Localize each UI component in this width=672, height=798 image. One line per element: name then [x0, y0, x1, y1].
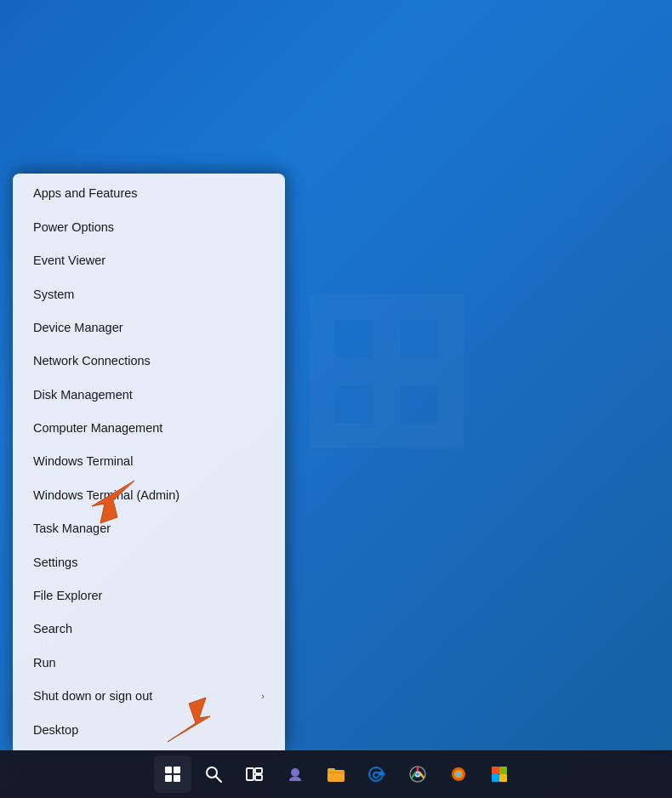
menu-item-file-explorer[interactable]: File Explorer [13, 579, 285, 613]
file-explorer-icon [327, 765, 345, 784]
menu-item-windows-terminal-admin[interactable]: Windows Terminal (Admin) [13, 479, 285, 512]
taskbar [0, 750, 672, 798]
taskbar-chat-button[interactable] [276, 755, 314, 793]
svg-rect-6 [255, 768, 262, 773]
context-menu: Apps and Features Power Options Event Vi… [13, 174, 285, 750]
menu-item-computer-management[interactable]: Computer Management [13, 412, 285, 445]
taskbar-store-button[interactable] [481, 755, 518, 793]
menu-item-run[interactable]: Run [13, 647, 285, 680]
svg-rect-10 [327, 768, 335, 772]
chevron-right-icon: › [261, 691, 265, 702]
svg-text:⊞: ⊞ [289, 246, 466, 493]
menu-item-network-connections[interactable]: Network Connections [13, 345, 285, 378]
svg-point-3 [207, 767, 217, 778]
menu-item-device-manager[interactable]: Device Manager [13, 311, 285, 345]
menu-item-shut-down[interactable]: Shut down or sign out › [13, 680, 285, 713]
menu-item-desktop[interactable]: Desktop [13, 714, 285, 747]
firefox-icon [449, 765, 468, 784]
svg-rect-22 [499, 767, 507, 774]
svg-line-4 [216, 777, 221, 782]
taskbar-task-view-button[interactable] [236, 755, 273, 793]
taskbar-firefox-button[interactable] [440, 755, 477, 793]
menu-item-disk-management[interactable]: Disk Management [13, 379, 285, 412]
desktop-watermark: ⊞ [281, 242, 604, 557]
svg-point-20 [456, 772, 461, 777]
chrome-icon [408, 765, 427, 784]
svg-rect-24 [499, 774, 507, 782]
svg-rect-7 [255, 775, 262, 780]
windows-logo-icon [165, 767, 180, 782]
svg-rect-23 [492, 774, 499, 782]
taskbar-search-button[interactable] [195, 755, 232, 793]
svg-rect-5 [247, 768, 253, 780]
chat-icon [286, 765, 305, 784]
menu-item-windows-terminal[interactable]: Windows Terminal [13, 445, 285, 478]
menu-item-search[interactable]: Search [13, 613, 285, 646]
task-view-icon [246, 766, 263, 783]
menu-item-power-options[interactable]: Power Options [13, 211, 285, 244]
search-icon [205, 766, 222, 783]
svg-point-14 [416, 772, 419, 776]
menu-item-system[interactable]: System [13, 278, 285, 311]
menu-item-task-manager[interactable]: Task Manager [13, 512, 285, 545]
svg-point-8 [291, 768, 299, 777]
store-icon [490, 765, 509, 784]
menu-item-settings[interactable]: Settings [13, 546, 285, 579]
start-button[interactable] [154, 755, 191, 793]
edge-icon [367, 765, 386, 784]
menu-item-apps-features[interactable]: Apps and Features [13, 177, 285, 210]
svg-rect-9 [327, 770, 345, 782]
taskbar-chrome-button[interactable] [399, 755, 436, 793]
desktop: ⊞ Apps and Features Power Options Event … [0, 0, 672, 798]
taskbar-file-explorer-button[interactable] [317, 755, 355, 793]
taskbar-edge-button[interactable] [358, 755, 396, 793]
menu-item-event-viewer[interactable]: Event Viewer [13, 244, 285, 277]
svg-rect-21 [492, 767, 499, 774]
